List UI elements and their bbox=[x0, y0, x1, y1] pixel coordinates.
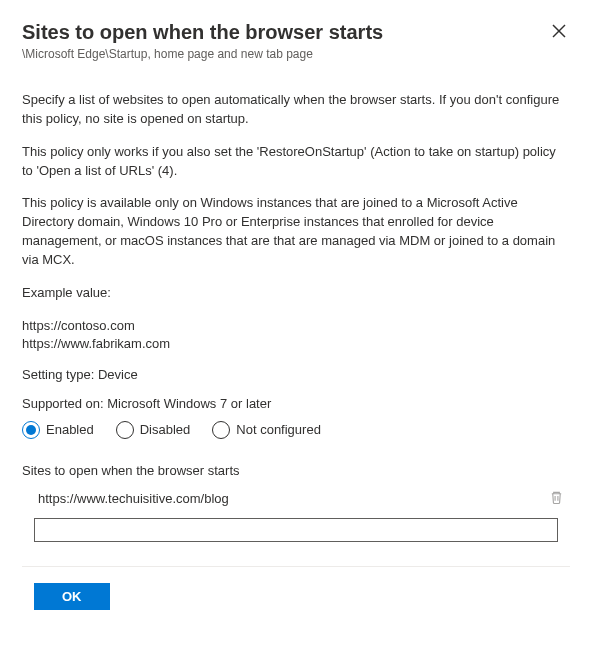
example-url: https://www.fabrikam.com bbox=[22, 335, 570, 353]
radio-label: Not configured bbox=[236, 422, 321, 437]
example-label: Example value: bbox=[22, 284, 570, 303]
radio-enabled[interactable]: Enabled bbox=[22, 421, 94, 439]
radio-not-configured[interactable]: Not configured bbox=[212, 421, 321, 439]
trash-icon bbox=[549, 490, 564, 505]
example-values: https://contoso.com https://www.fabrikam… bbox=[22, 317, 570, 353]
description-paragraph: This policy is available only on Windows… bbox=[22, 194, 570, 269]
sites-section-label: Sites to open when the browser starts bbox=[22, 463, 570, 478]
delete-site-button[interactable] bbox=[547, 488, 566, 510]
radio-label: Disabled bbox=[140, 422, 191, 437]
radio-disabled[interactable]: Disabled bbox=[116, 421, 191, 439]
state-radio-group: Enabled Disabled Not configured bbox=[22, 421, 570, 439]
radio-icon bbox=[212, 421, 230, 439]
close-button[interactable] bbox=[548, 20, 570, 45]
divider bbox=[22, 566, 570, 567]
radio-label: Enabled bbox=[46, 422, 94, 437]
site-url: https://www.techuisitive.com/blog bbox=[38, 491, 547, 506]
site-entry-row: https://www.techuisitive.com/blog bbox=[22, 488, 570, 518]
supported-on: Supported on: Microsoft Windows 7 or lat… bbox=[22, 396, 570, 411]
description-paragraph: This policy only works if you also set t… bbox=[22, 143, 570, 181]
close-icon bbox=[552, 24, 566, 38]
setting-type: Setting type: Device bbox=[22, 367, 570, 382]
description-paragraph: Specify a list of websites to open autom… bbox=[22, 91, 570, 129]
radio-icon bbox=[22, 421, 40, 439]
ok-button[interactable]: OK bbox=[34, 583, 110, 610]
breadcrumb: \Microsoft Edge\Startup, home page and n… bbox=[22, 47, 570, 61]
radio-icon bbox=[116, 421, 134, 439]
page-title: Sites to open when the browser starts bbox=[22, 20, 383, 44]
example-url: https://contoso.com bbox=[22, 317, 570, 335]
add-site-input[interactable] bbox=[34, 518, 558, 542]
